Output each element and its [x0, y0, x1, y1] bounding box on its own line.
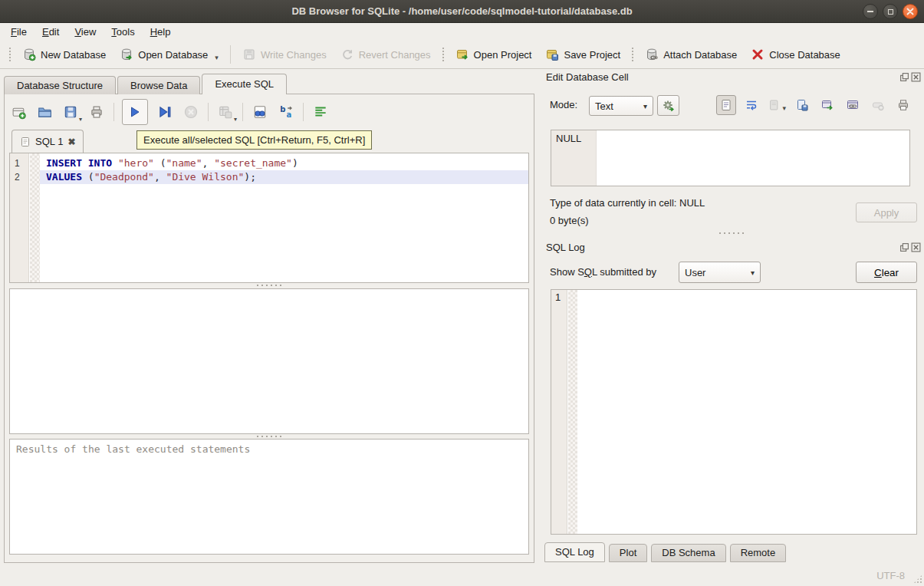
execute-all-icon	[128, 105, 142, 119]
cell-size-info: 0 byte(s)	[550, 215, 589, 226]
filter-select[interactable]: User ▾	[679, 262, 761, 283]
tab-database-structure[interactable]: Database Structure	[4, 76, 116, 94]
dock-tab-plot[interactable]: Plot	[609, 544, 647, 562]
print-sql-button[interactable]	[87, 103, 106, 121]
set-null-button[interactable]	[868, 95, 888, 115]
results-message-pane: Results of the last executed statements	[9, 439, 529, 555]
print-icon	[896, 98, 910, 112]
close-button[interactable]	[903, 4, 918, 19]
auto-switch-mode-button[interactable]	[657, 95, 679, 116]
write-changes-icon	[242, 48, 256, 61]
clear-log-button[interactable]: Clear	[856, 262, 917, 283]
save-file-icon	[63, 104, 78, 120]
menu-file[interactable]: File	[3, 25, 35, 39]
maximize-icon	[888, 9, 893, 15]
open-project-button[interactable]: Open Project	[449, 43, 539, 66]
attach-database-icon	[645, 48, 659, 61]
menu-edit[interactable]: Edit	[35, 25, 67, 39]
find-button[interactable]	[251, 103, 269, 121]
toolbar-separator	[242, 103, 243, 121]
save-results-icon	[218, 104, 233, 120]
open-in-external-button[interactable]	[817, 95, 837, 115]
export-cell-data-button[interactable]	[792, 95, 812, 115]
format-sql-button[interactable]	[311, 103, 330, 121]
cell-editor-toolbar: ▾	[716, 95, 913, 115]
toolbar-separator	[208, 103, 209, 121]
sql-log-view: 1	[551, 289, 917, 535]
maximize-button[interactable]	[883, 4, 898, 19]
new-sql-tab-button[interactable]	[9, 103, 28, 121]
sql-document-tab[interactable]: SQL 1 ✖	[12, 130, 84, 153]
dock-tab-remote[interactable]: Remote	[730, 544, 787, 562]
status-bar: UTF-8	[0, 565, 924, 586]
menu-view[interactable]: View	[67, 25, 104, 39]
svg-text:a: a	[287, 110, 292, 119]
attach-database-button[interactable]: Attach Database	[638, 43, 744, 66]
stop-execution-button[interactable]	[182, 103, 200, 121]
dock-close-icon[interactable]	[911, 72, 921, 82]
sql-editor-lines: 1INSERT INTO "hero" ("name", "secret_nam…	[10, 156, 528, 184]
menu-tools[interactable]: Tools	[104, 25, 142, 39]
encoding-indicator[interactable]: UTF-8	[876, 570, 905, 581]
open-project-icon	[455, 48, 469, 61]
close-database-button[interactable]: Close Database	[744, 43, 847, 66]
dock-float-icon[interactable]	[899, 242, 909, 252]
word-wrap-button[interactable]	[742, 95, 761, 115]
text-mode-button[interactable]	[716, 95, 736, 115]
execute-line-button[interactable]	[156, 103, 174, 121]
save-project-button[interactable]: Save Project	[538, 43, 627, 66]
new-database-icon	[22, 48, 36, 61]
toolbar-drag-handle[interactable]	[441, 46, 446, 63]
editor-splitter[interactable]	[9, 283, 529, 288]
open-database-dropdown-icon[interactable]: ▾	[215, 54, 219, 61]
apply-button[interactable]: Apply	[856, 202, 917, 222]
tab-execute-sql[interactable]: Execute SQL	[202, 74, 287, 94]
resize-grip-icon[interactable]	[913, 574, 922, 584]
sql-tab-close-icon[interactable]: ✖	[67, 137, 75, 147]
dock-tab-bar: SQL Log Plot DB Schema Remote	[544, 542, 790, 562]
import-cell-data-button[interactable]: ▾	[767, 95, 787, 115]
sql-editor[interactable]: 1INSERT INTO "hero" ("name", "secret_nam…	[9, 153, 529, 283]
edit-cell-dock-buttons	[899, 72, 921, 82]
open-sql-file-button[interactable]	[35, 103, 54, 121]
print-cell-button[interactable]	[893, 95, 913, 115]
menu-help[interactable]: Help	[143, 25, 179, 39]
app-window: DB Browser for SQLite - /home/user/code/…	[0, 0, 924, 586]
filter-label: Show SQL submitted by	[550, 266, 656, 278]
dock-close-icon[interactable]	[911, 242, 921, 252]
cell-mode-row: Mode: Text ▾	[538, 95, 924, 117]
new-database-button[interactable]: New Database	[15, 43, 113, 66]
toolbar-drag-handle[interactable]	[630, 46, 635, 63]
revert-changes-button[interactable]: Revert Changes	[334, 43, 438, 66]
tab-browse-data[interactable]: Browse Data	[117, 76, 200, 94]
titlebar[interactable]: DB Browser for SQLite - /home/user/code/…	[0, 0, 924, 23]
find-replace-button[interactable]: b a	[277, 103, 295, 121]
dock-tab-sql-log[interactable]: SQL Log	[544, 542, 605, 562]
minimize-button[interactable]	[863, 4, 878, 19]
cell-type-info: Type of data currently in cell: NULL	[550, 197, 705, 209]
sql-log-dock-buttons	[899, 242, 921, 252]
edit-cell-dock-title: Edit Database Cell	[546, 71, 629, 83]
execute-all-button[interactable]	[122, 99, 148, 125]
save-results-dropdown-icon[interactable]: ▾	[234, 116, 237, 123]
open-file-icon	[37, 104, 52, 120]
save-project-icon	[545, 48, 559, 61]
splitter-handle-icon	[255, 435, 283, 438]
toolbar-drag-handle[interactable]	[8, 46, 12, 63]
write-changes-button[interactable]: Write Changes	[235, 43, 334, 66]
save-sql-file-button[interactable]: ▾	[61, 103, 80, 121]
sql-toolbar: ▾	[9, 97, 330, 127]
export-icon	[795, 98, 809, 112]
sql-document-icon	[20, 137, 31, 147]
dock-tab-db-schema[interactable]: DB Schema	[651, 544, 725, 562]
save-file-dropdown-icon[interactable]: ▾	[79, 116, 82, 123]
open-database-button[interactable]: Open Database ▾	[113, 43, 225, 66]
save-results-button[interactable]: ▾	[216, 103, 235, 121]
sql-log-filter-row: Show SQL submitted by User ▾ Clear	[538, 262, 924, 284]
dock-float-icon[interactable]	[899, 72, 909, 82]
dock-splitter[interactable]	[538, 230, 924, 236]
execute-line-icon	[157, 104, 173, 120]
cell-value-editor[interactable]: NULL	[551, 130, 910, 186]
mode-select[interactable]: Text ▾	[589, 96, 653, 116]
copy-link-button[interactable]	[843, 95, 863, 115]
